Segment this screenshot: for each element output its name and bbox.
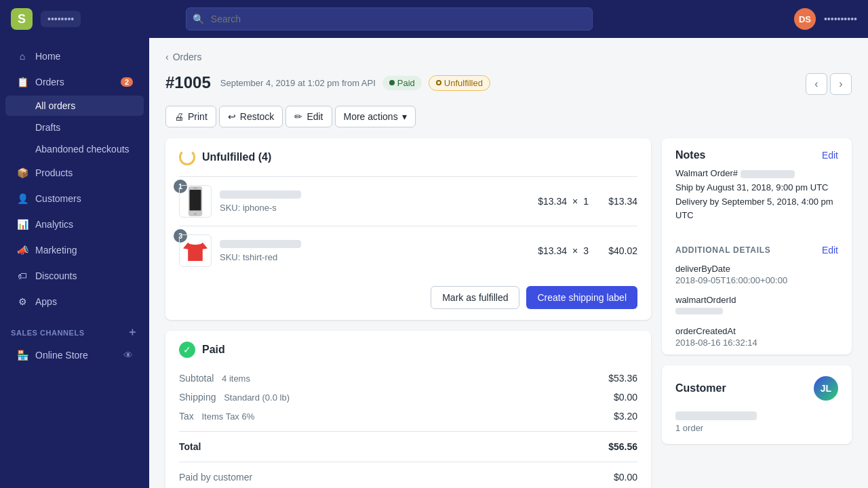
breadcrumb[interactable]: ‹ Orders: [165, 52, 852, 62]
print-button[interactable]: 🖨 Print: [165, 106, 216, 127]
iphone-svg: [185, 186, 205, 216]
sidebar-item-abandoned[interactable]: Abandoned checkouts: [5, 139, 144, 159]
deliver-by-row: deliverByDate 2018-09-05T16:00:00+00:00: [662, 261, 852, 292]
add-channel-icon[interactable]: ＋: [127, 325, 138, 340]
unfulfilled-icon: [179, 149, 195, 165]
main-content: ‹ Orders #1005 September 4, 2019 at 1:02…: [149, 38, 868, 488]
order-meta: September 4, 2019 at 1:02 pm from API: [220, 78, 376, 88]
subtotal-row: Subtotal 4 items $53.36: [179, 369, 637, 388]
paid-dot: [389, 80, 395, 85]
payment-header: ✓ Paid: [165, 331, 651, 369]
edit-button[interactable]: ✏ Edit: [285, 106, 332, 127]
additional-details-header: ADDITIONAL DETAILS Edit: [662, 234, 852, 261]
orders-badge: 2: [121, 77, 133, 87]
action-bar: 🖨 Print ↩ Restock ✏ Edit More actions ▾: [165, 106, 852, 127]
orders-icon: 📋: [16, 76, 28, 88]
walmart-id-blurred: [675, 308, 723, 314]
search-icon: 🔍: [193, 14, 204, 24]
unfulfilled-header: Unfulfilled (4): [165, 138, 651, 176]
page-title: #1005: [165, 73, 211, 92]
unfulfilled-title: Unfulfilled (4): [202, 151, 271, 163]
sidebar-item-products[interactable]: 📦 Products: [5, 161, 144, 185]
item1-name-blurred: [220, 190, 301, 199]
item1-price: $13.34 × 1: [538, 196, 589, 207]
line-item: 1: [179, 176, 637, 226]
item2-name-blurred: [220, 240, 301, 248]
more-actions-button[interactable]: More actions ▾: [335, 106, 416, 127]
additional-title: ADDITIONAL DETAILS: [675, 245, 771, 255]
discounts-icon: 🏷: [16, 270, 28, 282]
sidebar-item-drafts[interactable]: Drafts: [5, 117, 144, 138]
customer-name-blurred: [675, 411, 757, 420]
notes-title: Notes: [675, 149, 705, 161]
create-shipping-label-button[interactable]: Create shipping label: [526, 286, 637, 309]
avatar[interactable]: DS: [794, 8, 816, 30]
item1-img-wrap: 1: [179, 185, 212, 218]
shopify-logo: S: [11, 8, 33, 30]
content-area: Unfulfilled (4) 1: [165, 138, 852, 488]
mark-fulfilled-button[interactable]: Mark as fulfilled: [431, 286, 519, 309]
sidebar-item-apps[interactable]: ⚙ Apps: [5, 289, 144, 314]
sidebar-item-all-orders[interactable]: All orders: [5, 96, 144, 116]
svg-rect-1: [190, 190, 201, 210]
payment-rows: Subtotal 4 items $53.36 Shipping Standar…: [165, 369, 651, 488]
item1-total: $13.34: [597, 196, 637, 207]
item1-sku: SKU: iphone-s: [220, 203, 530, 213]
store-visibility-icon[interactable]: 👁: [123, 350, 133, 361]
analytics-icon: 📊: [16, 218, 28, 230]
sidebar-item-home[interactable]: ⌂ Home: [5, 44, 144, 68]
svg-rect-2: [193, 188, 198, 189]
order-created-row: orderCreatedAt 2018-08-16 16:32:14: [662, 323, 852, 354]
customers-icon: 👤: [16, 192, 28, 205]
tshirt-svg: [183, 236, 208, 266]
customer-avatar: JL: [814, 376, 838, 401]
restock-button[interactable]: ↩ Restock: [219, 106, 283, 127]
apps-icon: ⚙: [16, 296, 28, 308]
prev-order-button[interactable]: ‹: [806, 73, 827, 95]
sidebar: ⌂ Home 📋 Orders 2 All orders Drafts Aban…: [0, 38, 149, 488]
paid-icon: ✓: [179, 342, 195, 358]
search-input[interactable]: [186, 7, 593, 30]
shipping-row: Shipping Standard (0.0 lb) $0.00: [179, 388, 637, 407]
sidebar-item-orders[interactable]: 📋 Orders 2: [5, 70, 144, 94]
store-name[interactable]: ••••••••: [41, 11, 81, 27]
topnav-username: ••••••••••: [824, 14, 857, 24]
next-order-button[interactable]: ›: [830, 73, 852, 95]
order-ref-blurred: [741, 170, 795, 178]
item1-image: [179, 185, 212, 218]
sidebar-item-customers[interactable]: 👤 Customers: [5, 186, 144, 211]
home-icon: ⌂: [16, 50, 28, 62]
sidebar-item-marketing[interactable]: 📣 Marketing: [5, 238, 144, 262]
sidebar-item-online-store[interactable]: 🏪 Online Store 👁: [5, 343, 144, 367]
item2-total: $40.02: [597, 245, 637, 256]
total-row: Total $56.56: [179, 437, 637, 456]
customer-header: Customer JL: [662, 365, 852, 411]
top-navigation: S •••••••• 🔍 DS ••••••••••: [0, 0, 868, 38]
breadcrumb-chevron: ‹: [165, 52, 169, 62]
additional-edit-button[interactable]: Edit: [822, 245, 838, 256]
unfulfilled-card: Unfulfilled (4) 1: [165, 138, 651, 320]
paid-by-customer-row: Paid by customer $0.00: [179, 468, 637, 487]
products-icon: 📦: [16, 167, 28, 179]
topnav-right: DS ••••••••••: [794, 8, 857, 30]
item2-sku: SKU: tshirt-red: [220, 252, 530, 262]
print-icon: 🖨: [174, 111, 184, 122]
marketing-icon: 📣: [16, 244, 28, 256]
store-icon: 🏪: [16, 349, 28, 361]
item2-price: $13.34 × 3: [538, 245, 589, 256]
customer-title: Customer: [675, 382, 726, 394]
customer-card: Customer JL 1 order: [662, 365, 852, 444]
restock-icon: ↩: [228, 111, 236, 122]
sidebar-item-analytics[interactable]: 📊 Analytics: [5, 212, 144, 237]
line-items: 1: [165, 176, 651, 275]
customer-name-row: [662, 411, 852, 423]
sidebar-item-discounts[interactable]: 🏷 Discounts: [5, 264, 144, 288]
payment-card: ✓ Paid Subtotal 4 items $53.36: [165, 331, 651, 488]
status-badge-unfulfilled: Unfulfilled: [429, 75, 490, 91]
tax-row: Tax Items Tax 6% $3.20: [179, 407, 637, 426]
notes-edit-button[interactable]: Edit: [822, 150, 838, 161]
item2-image: [179, 235, 212, 267]
notes-content: Walmart Order# Ship by August 31, 2018, …: [662, 161, 852, 234]
unfulfilled-dot: [436, 80, 441, 85]
item2-img-wrap: 3: [179, 235, 212, 267]
